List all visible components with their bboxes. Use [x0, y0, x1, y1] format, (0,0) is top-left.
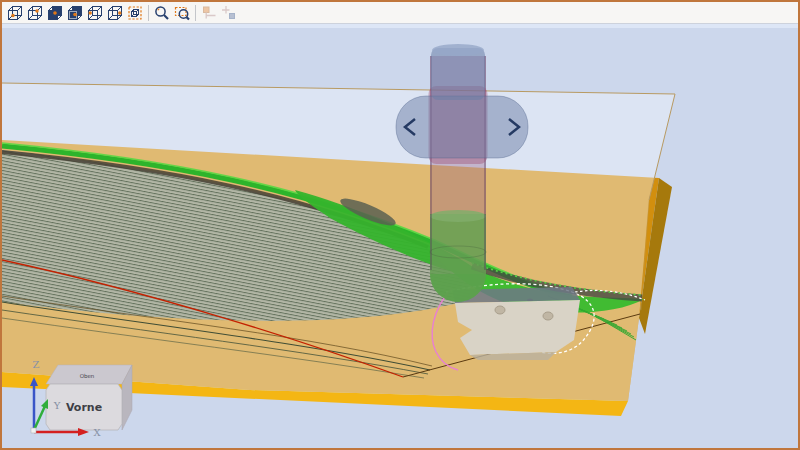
toolbar-separator: [148, 5, 149, 21]
view-left-cube-icon[interactable]: [85, 3, 105, 23]
zoom-window-icon[interactable]: [172, 3, 192, 23]
spindle-collar: [396, 96, 528, 158]
view-toolbar: [2, 2, 798, 24]
fixture-hole: [543, 312, 553, 320]
view-back-cube-icon[interactable]: [25, 3, 45, 23]
viewport-3d[interactable]: Oben Vorne Z Y X: [2, 28, 798, 448]
measure-point-icon: [199, 3, 219, 23]
view-cube[interactable]: Oben Vorne: [46, 365, 132, 430]
x-axis-label: X: [93, 427, 101, 438]
view-cube-top-label: Oben: [80, 373, 95, 379]
tool-holder-cap: [432, 44, 484, 56]
fixture-hole: [495, 306, 505, 314]
cam-simulation-window: Oben Vorne Z Y X: [0, 0, 800, 450]
zoom-fit-icon[interactable]: [125, 3, 145, 23]
view-right-cube-icon[interactable]: [105, 3, 125, 23]
view-cube-front-label: Vorne: [66, 401, 102, 414]
y-axis-label: Y: [53, 400, 61, 411]
z-axis-label: Z: [33, 359, 40, 370]
view-top-cube-icon[interactable]: [45, 3, 65, 23]
toolbar-separator: [195, 5, 196, 21]
view-front-cube-icon[interactable]: [5, 3, 25, 23]
axes-origin-marker: [31, 428, 36, 433]
zoom-icon[interactable]: [152, 3, 172, 23]
fixture-front-face: [455, 300, 580, 355]
measure-distance-icon: [219, 3, 239, 23]
view-bottom-cube-icon[interactable]: [65, 3, 85, 23]
